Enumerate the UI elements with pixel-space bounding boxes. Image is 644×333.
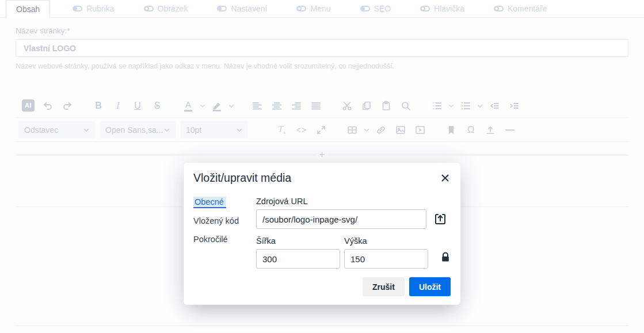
strikethrough-button[interactable]: S bbox=[147, 96, 167, 116]
paste-button[interactable] bbox=[376, 96, 396, 116]
font-family-select[interactable]: Open Sans,sa... bbox=[100, 121, 176, 139]
dialog-close-button[interactable] bbox=[440, 173, 451, 185]
justify-button[interactable] bbox=[306, 96, 326, 116]
toggle-icon bbox=[73, 6, 82, 12]
cut-button[interactable] bbox=[337, 96, 357, 116]
ai-button[interactable]: AI bbox=[18, 96, 38, 116]
section-tab[interactable]: Obsah bbox=[6, 0, 50, 18]
search-button[interactable] bbox=[396, 96, 416, 116]
height-label: Výška bbox=[344, 236, 428, 246]
bookmark-icon bbox=[445, 124, 457, 136]
search-icon bbox=[400, 100, 411, 112]
page: Obsah Rubrika Obrázek Nastavení Menu SEO… bbox=[0, 0, 644, 333]
align-right-button[interactable] bbox=[287, 96, 306, 116]
undo-icon bbox=[42, 100, 54, 112]
lock-icon bbox=[440, 251, 451, 263]
bullet-list-chevron[interactable] bbox=[475, 96, 485, 116]
chevron-down-icon bbox=[164, 128, 170, 132]
bookmark-button[interactable] bbox=[441, 120, 461, 140]
section-tab[interactable]: Rubrika bbox=[69, 0, 117, 17]
italic-icon: I bbox=[116, 101, 119, 111]
numbered-list-chevron[interactable] bbox=[447, 96, 456, 116]
page-name-label: Název stránky:* bbox=[16, 26, 628, 35]
section-tab[interactable]: Komentáře bbox=[490, 0, 550, 17]
dialog-tab-nav: ObecnéVložený kódPokročilé bbox=[193, 197, 256, 269]
dialog-tab[interactable]: Vložený kód bbox=[193, 216, 256, 227]
cancel-button[interactable]: Zrušit bbox=[363, 277, 405, 296]
outdent-button[interactable] bbox=[485, 96, 504, 116]
fullscreen-icon bbox=[315, 124, 327, 136]
constrain-proportions-button[interactable] bbox=[437, 248, 454, 266]
underline-icon: U bbox=[134, 101, 141, 111]
chevron-down-icon bbox=[83, 128, 89, 132]
dialog-title: Vložit/upravit média bbox=[193, 171, 291, 185]
indent-icon bbox=[508, 100, 520, 112]
table-icon bbox=[346, 124, 358, 136]
redo-icon bbox=[62, 100, 73, 112]
undo-button[interactable] bbox=[38, 96, 58, 116]
section-tab-label: Rubrika bbox=[86, 4, 114, 13]
numbered-list-button[interactable] bbox=[427, 96, 447, 116]
omega-icon: Ω bbox=[467, 124, 475, 136]
source-url-label: Zdrojová URL bbox=[256, 197, 454, 206]
block-format-select[interactable]: Odstavec bbox=[18, 121, 95, 139]
section-tab[interactable]: SEO bbox=[357, 0, 395, 17]
dialog-tab[interactable]: Pokročilé bbox=[193, 234, 256, 245]
source-code-button[interactable]: <> bbox=[292, 120, 311, 140]
bullet-list-icon bbox=[460, 100, 471, 112]
source-url-input[interactable] bbox=[256, 209, 426, 229]
upload-button[interactable] bbox=[481, 120, 500, 140]
section-tab[interactable]: Nastavení bbox=[214, 0, 270, 17]
paste-icon bbox=[380, 100, 392, 112]
save-button[interactable]: Uložit bbox=[409, 277, 451, 296]
horizontal-rule-button[interactable]: — bbox=[500, 120, 520, 140]
table-chevron[interactable] bbox=[362, 120, 371, 140]
align-center-button[interactable] bbox=[267, 96, 287, 116]
height-input[interactable] bbox=[344, 249, 428, 269]
copy-button[interactable] bbox=[357, 96, 376, 116]
align-left-button[interactable] bbox=[247, 96, 267, 116]
media-button[interactable] bbox=[410, 120, 430, 140]
section-tab[interactable]: Obrázek bbox=[140, 0, 192, 17]
highlight-color-button[interactable] bbox=[207, 96, 227, 116]
section-tab-label: SEO bbox=[374, 4, 391, 13]
link-button[interactable] bbox=[371, 120, 391, 140]
table-button[interactable] bbox=[342, 120, 362, 140]
section-tab-label: Nastavení bbox=[231, 4, 267, 13]
fullscreen-button[interactable] bbox=[311, 120, 331, 140]
special-char-button[interactable]: Ω bbox=[461, 120, 481, 140]
strikethrough-icon: S bbox=[154, 101, 161, 111]
section-tab-label: Komentáře bbox=[508, 4, 547, 13]
bold-button[interactable]: B bbox=[89, 96, 108, 116]
toggle-icon bbox=[296, 6, 306, 12]
font-family-value: Open Sans,sa... bbox=[105, 125, 163, 135]
font-size-select[interactable]: 10pt bbox=[180, 121, 248, 139]
italic-button[interactable]: I bbox=[108, 96, 128, 116]
text-color-chevron[interactable] bbox=[198, 96, 207, 116]
block-format-value: Odstavec bbox=[24, 125, 58, 135]
section-tab[interactable]: Hlavička bbox=[417, 0, 468, 17]
insert-here-icon[interactable]: + bbox=[317, 150, 328, 159]
image-button[interactable] bbox=[391, 120, 410, 140]
outdent-icon bbox=[489, 100, 500, 112]
section-tab-label: Hlavička bbox=[434, 4, 464, 13]
width-input[interactable] bbox=[256, 249, 340, 269]
highlight-color-chevron[interactable] bbox=[227, 96, 236, 116]
indent-button[interactable] bbox=[504, 96, 524, 116]
copy-icon bbox=[361, 100, 372, 112]
section-tab-label: Obrázek bbox=[158, 4, 188, 13]
bullet-list-button[interactable] bbox=[456, 96, 475, 116]
dialog-form: Zdrojová URL Šířka Výška bbox=[256, 197, 454, 269]
redo-button[interactable] bbox=[58, 96, 77, 116]
page-name-input[interactable] bbox=[16, 39, 628, 57]
browse-files-icon bbox=[433, 212, 447, 226]
upload-icon bbox=[485, 124, 496, 136]
text-color-button[interactable]: A bbox=[178, 96, 198, 116]
close-icon bbox=[441, 174, 449, 182]
section-tab[interactable]: Menu bbox=[293, 0, 334, 17]
clear-formatting-button[interactable]: Tx bbox=[272, 120, 292, 140]
page-name-help: Název webové stránky, používá se napříkl… bbox=[16, 62, 628, 70]
dialog-tab[interactable]: Obecné bbox=[193, 197, 256, 208]
underline-button[interactable]: U bbox=[128, 96, 147, 116]
browse-files-button[interactable] bbox=[432, 210, 449, 228]
